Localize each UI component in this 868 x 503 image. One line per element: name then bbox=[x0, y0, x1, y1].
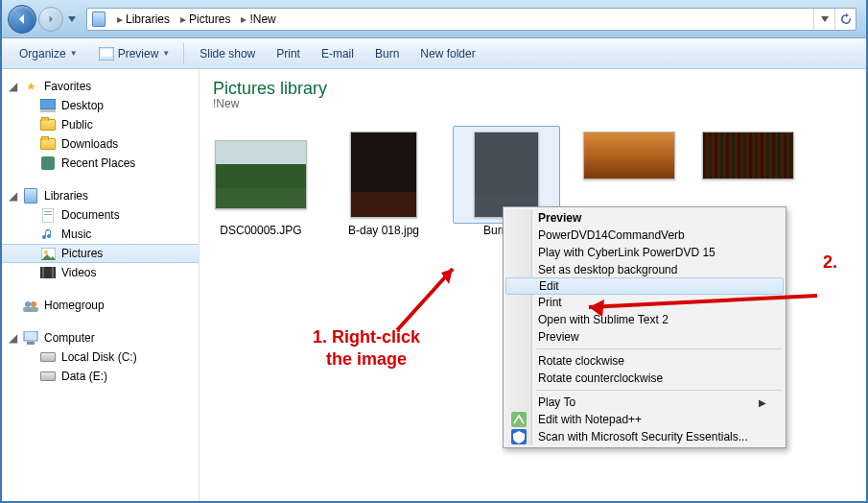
burn-button[interactable]: Burn bbox=[365, 43, 409, 64]
svg-rect-1 bbox=[101, 49, 112, 57]
command-bar: Organize▼ Preview▼ Slide show Print E-ma… bbox=[2, 38, 866, 69]
svg-rect-16 bbox=[24, 331, 37, 341]
menu-rotate-cw[interactable]: Rotate clockwise bbox=[505, 352, 784, 370]
menu-edit[interactable]: Edit bbox=[505, 277, 784, 295]
file-item[interactable]: B-day 018.jpg bbox=[336, 132, 432, 237]
back-button[interactable] bbox=[8, 5, 36, 34]
menu-powerdvd15[interactable]: Play with CyberLink PowerDVD 15 bbox=[505, 244, 784, 261]
notepadpp-icon bbox=[511, 412, 527, 427]
svg-rect-6 bbox=[44, 211, 52, 212]
folder-icon bbox=[40, 117, 56, 132]
disk-icon bbox=[40, 369, 56, 384]
nav-downloads[interactable]: Downloads bbox=[2, 134, 199, 154]
new-folder-button[interactable]: New folder bbox=[411, 43, 484, 64]
nav-recent-places[interactable]: Recent Places bbox=[2, 154, 199, 173]
svg-point-13 bbox=[25, 301, 31, 307]
svg-rect-3 bbox=[40, 109, 56, 112]
svg-rect-18 bbox=[511, 412, 527, 427]
star-icon: ★ bbox=[23, 79, 38, 94]
nav-data-e[interactable]: Data (E:) bbox=[2, 367, 199, 386]
nav-computer[interactable]: ◢Computer bbox=[2, 328, 199, 347]
menu-separator bbox=[536, 348, 782, 349]
music-icon bbox=[40, 227, 56, 242]
context-menu: Preview PowerDVD14CommandVerb Play with … bbox=[503, 206, 786, 448]
menu-edit-notepadpp[interactable]: Edit with Notepad++ bbox=[505, 411, 784, 428]
documents-icon bbox=[40, 207, 56, 223]
nav-pictures[interactable]: Pictures bbox=[2, 244, 199, 263]
address-dropdown[interactable] bbox=[813, 9, 834, 30]
breadcrumb[interactable]: ▸Libraries ▸Pictures ▸!New bbox=[86, 8, 856, 31]
menu-rotate-ccw[interactable]: Rotate counterclockwise bbox=[505, 370, 784, 387]
slideshow-button[interactable]: Slide show bbox=[190, 43, 265, 64]
libraries-icon bbox=[91, 12, 106, 27]
file-name: DSC00005.JPG bbox=[213, 224, 309, 237]
svg-point-14 bbox=[31, 301, 36, 307]
file-name: B-day 018.jpg bbox=[336, 224, 432, 237]
svg-rect-11 bbox=[42, 267, 44, 278]
nav-history-dropdown[interactable] bbox=[65, 5, 79, 34]
preview-button[interactable]: Preview▼ bbox=[89, 42, 185, 65]
svg-rect-7 bbox=[44, 214, 52, 215]
nav-favorites[interactable]: ◢★Favorites bbox=[2, 77, 199, 96]
crumb-libraries[interactable]: Libraries bbox=[126, 12, 170, 26]
menu-open-sublime[interactable]: Open with Sublime Text 2 bbox=[505, 311, 784, 328]
desktop-icon bbox=[40, 98, 56, 113]
thumbnail-image bbox=[583, 132, 675, 180]
navigation-pane: ◢★Favorites Desktop Public Downloads Rec… bbox=[2, 69, 199, 501]
nav-documents[interactable]: Documents bbox=[2, 205, 199, 225]
nav-videos[interactable]: Videos bbox=[2, 263, 199, 282]
nav-homegroup[interactable]: ▷Homegroup bbox=[2, 296, 199, 315]
nav-public[interactable]: Public bbox=[2, 115, 199, 134]
svg-rect-2 bbox=[40, 99, 56, 109]
menu-preview-2[interactable]: Preview bbox=[505, 328, 784, 346]
library-title: Pictures library bbox=[213, 79, 853, 99]
nav-libraries[interactable]: ◢Libraries bbox=[2, 186, 199, 205]
svg-rect-17 bbox=[27, 342, 35, 345]
forward-button[interactable] bbox=[38, 7, 63, 32]
menu-print[interactable]: Print bbox=[505, 294, 784, 311]
menu-scan-mse[interactable]: Scan with Microsoft Security Essentials.… bbox=[505, 428, 784, 445]
computer-icon bbox=[23, 330, 38, 346]
print-button[interactable]: Print bbox=[267, 43, 310, 64]
videos-icon bbox=[40, 265, 56, 280]
crumb-pictures[interactable]: Pictures bbox=[189, 12, 230, 26]
file-item[interactable]: DSC00005.JPG bbox=[213, 132, 309, 237]
mse-icon bbox=[511, 429, 527, 444]
folder-icon bbox=[40, 136, 56, 152]
pictures-icon bbox=[40, 246, 56, 261]
address-bar: ▸Libraries ▸Pictures ▸!New bbox=[2, 0, 866, 38]
svg-rect-12 bbox=[52, 267, 54, 278]
homegroup-icon bbox=[23, 298, 38, 313]
menu-powerdvd14[interactable]: PowerDVD14CommandVerb bbox=[505, 227, 784, 244]
nav-desktop[interactable]: Desktop bbox=[2, 96, 199, 115]
email-button[interactable]: E-mail bbox=[312, 43, 364, 64]
svg-point-9 bbox=[44, 251, 48, 254]
preview-icon bbox=[99, 46, 114, 61]
nav-local-disk-c[interactable]: Local Disk (C:) bbox=[2, 347, 199, 367]
thumbnail-image bbox=[350, 132, 417, 218]
libraries-icon bbox=[23, 188, 38, 204]
svg-rect-5 bbox=[42, 208, 54, 223]
menu-preview[interactable]: Preview bbox=[505, 209, 784, 227]
thumbnail-image bbox=[215, 140, 307, 209]
recent-icon bbox=[40, 156, 56, 171]
library-subtitle: !New bbox=[213, 97, 853, 110]
menu-separator bbox=[536, 390, 782, 391]
nav-music[interactable]: Music bbox=[2, 225, 199, 244]
svg-rect-15 bbox=[23, 307, 38, 312]
crumb-new[interactable]: !New bbox=[249, 12, 275, 26]
disk-icon bbox=[40, 349, 56, 365]
menu-set-background[interactable]: Set as desktop background bbox=[505, 261, 784, 278]
organize-button[interactable]: Organize▼ bbox=[10, 43, 87, 64]
thumbnail-image bbox=[702, 132, 794, 180]
refresh-button[interactable] bbox=[834, 9, 856, 30]
svg-rect-4 bbox=[41, 156, 55, 170]
menu-play-to[interactable]: Play To▶ bbox=[505, 394, 784, 411]
